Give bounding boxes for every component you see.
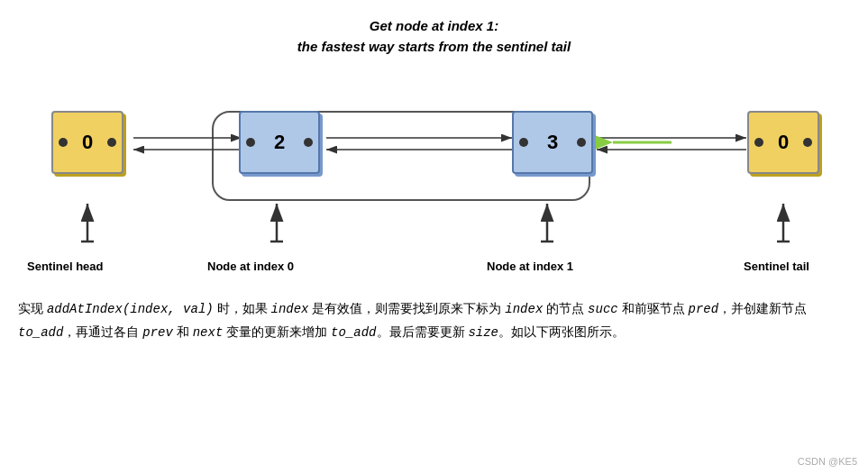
sentinel-head-value: 0: [68, 131, 107, 154]
node-index-1: 3: [512, 111, 593, 174]
node-index-0: 2: [239, 111, 320, 174]
dot-right: [803, 138, 812, 147]
node0-value: 2: [255, 131, 304, 154]
label-node-index-0: Node at index 0: [207, 260, 294, 273]
diagram-area: 0 2 3 0 Sentinel head Node at index 0 No…: [0, 70, 868, 287]
label-sentinel-tail: Sentinel tail: [744, 260, 809, 273]
dot-right: [107, 138, 116, 147]
dot-left: [519, 138, 528, 147]
sentinel-head-node: 0: [51, 111, 123, 174]
dot-left: [246, 138, 255, 147]
csdn-watermark: CSDN @KE5: [798, 456, 857, 467]
title-area: Get node at index 1: the fastest way sta…: [0, 0, 868, 66]
sentinel-tail-value: 0: [763, 131, 803, 154]
node1-value: 3: [528, 131, 577, 154]
label-node-index-1: Node at index 1: [487, 260, 573, 273]
paragraph: 实现 addAtIndex(index, val) 时，如果 index 是有效…: [18, 297, 850, 344]
text-section: 实现 addAtIndex(index, val) 时，如果 index 是有效…: [0, 287, 868, 344]
dot-left: [59, 138, 68, 147]
dot-right: [577, 138, 586, 147]
dot-left: [754, 138, 763, 147]
title-line2: the fastest way starts from the sentinel…: [0, 37, 868, 58]
title-line1: Get node at index 1:: [0, 16, 868, 37]
dot-right: [304, 138, 313, 147]
sentinel-tail-node: 0: [747, 111, 819, 174]
label-sentinel-head: Sentinel head: [27, 260, 104, 273]
